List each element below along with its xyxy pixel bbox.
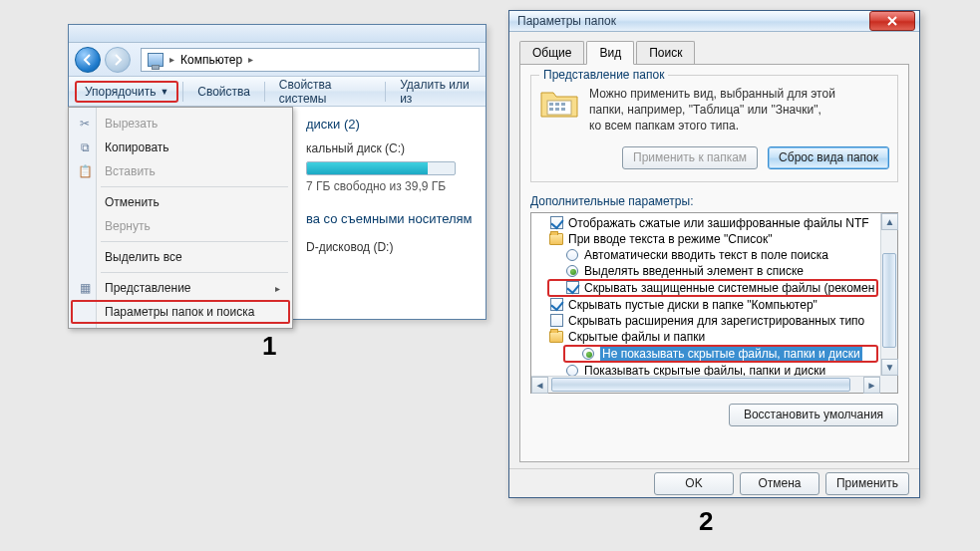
apply-button[interactable]: Применить [825,472,909,495]
tab-view[interactable]: Вид [586,41,634,65]
opt-hidden-group: Скрытые файлы и папки [531,329,880,345]
explorer-toolbar: Упорядочить ▼ Свойства Свойства системы … [69,77,486,107]
menu-layout-label: Представление [105,281,191,295]
folder-views-line1: Можно применить вид, выбранный для этой [589,86,835,102]
folder-views-line2: папки, например, "Таблица" или "Значки", [589,102,835,118]
ok-button[interactable]: OK [654,472,734,495]
tab-pane-view: Представление папок Можно применить вид,… [519,64,909,462]
menu-select-all-label: Выделить все [105,250,182,264]
opt-select-typed-item-label: Выделять введенный элемент в списке [584,264,804,278]
menu-redo[interactable]: Вернуть [71,214,290,238]
svg-rect-1 [549,103,553,106]
close-button[interactable] [869,11,915,31]
dialog-footer: OK Отмена Применить [509,468,919,497]
checkbox-icon [550,216,563,229]
menu-separator [101,272,288,273]
apply-to-folders-button[interactable]: Применить к папкам [622,146,758,169]
opt-hidden-group-label: Скрытые файлы и папки [568,330,705,344]
scissors-icon: ✂ [77,116,93,132]
menu-folder-options[interactable]: Параметры папок и поиска [71,300,290,324]
dialog-title: Параметры папок [517,14,616,28]
opt-hide-empty-drives[interactable]: Скрывать пустые диски в папке "Компьютер… [531,297,880,313]
svg-rect-5 [555,108,559,111]
menu-layout[interactable]: ▦ Представление ▸ [71,276,290,300]
computer-icon [148,53,163,67]
radio-icon [566,365,578,376]
folder-icon [549,331,563,343]
horizontal-scrollbar[interactable]: ◄ ► [531,376,880,393]
window-titlebar[interactable] [69,25,486,43]
folder-options-dialog: Параметры папок Общие Вид Поиск Представ… [508,10,920,498]
toolbar-separator [385,82,386,102]
restore-defaults-button[interactable]: Восстановить умолчания [729,404,898,426]
cancel-button[interactable]: Отмена [740,472,819,495]
opt-hide-empty-drives-label: Скрывать пустые диски в папке "Компьютер… [568,298,817,312]
opt-auto-type-search-label: Автоматически вводить текст в поле поиск… [584,248,828,262]
dialog-titlebar[interactable]: Параметры папок [509,11,919,32]
removable-group-heading: ва со съемными носителям [306,211,478,226]
forward-button[interactable] [105,47,131,73]
scroll-thumb[interactable] [551,378,850,392]
scroll-left-arrow-icon[interactable]: ◄ [531,377,548,394]
system-properties-button[interactable]: Свойства системы [269,74,381,110]
drive-c-usage-bar [306,161,456,175]
opt-hide-extensions[interactable]: Скрывать расширения для зарегистрированн… [531,313,880,329]
checkbox-icon [550,314,563,327]
organize-button[interactable]: Упорядочить ▼ [75,81,178,103]
organize-label: Упорядочить [85,85,156,99]
scroll-down-arrow-icon[interactable]: ▼ [881,359,898,376]
menu-separator [101,186,288,187]
menu-separator [101,241,288,242]
svg-rect-4 [549,108,553,111]
folder-views-group: Представление папок Можно применить вид,… [530,75,898,182]
folder-views-text: Можно применить вид, выбранный для этой … [589,86,835,135]
tab-search[interactable]: Поиск [636,41,695,65]
svg-rect-2 [555,103,559,106]
menu-undo-label: Отменить [105,195,160,209]
scroll-up-arrow-icon[interactable]: ▲ [881,213,898,230]
drive-c-free-text: 7 ГБ свободно из 39,9 ГБ [306,179,478,193]
vertical-scrollbar[interactable]: ▲ ▼ [880,213,897,376]
remove-programs-button[interactable]: Удалить или из [390,74,486,110]
folder-views-legend: Представление папок [539,68,668,82]
opt-hide-protected[interactable]: Скрывать защищенные системные файлы (рек… [547,279,878,297]
scroll-right-arrow-icon[interactable]: ► [863,377,880,394]
organize-menu: ✂ Вырезать ⧉ Копировать 📋 Вставить Отмен… [68,107,293,329]
opt-show-hidden-label: Показывать скрытые файлы, папки и диски [584,364,825,376]
opt-show-compressed[interactable]: Отображать сжатые или зашифрованные файл… [531,215,880,231]
properties-button[interactable]: Свойства [187,81,260,103]
scroll-thumb[interactable] [882,253,896,348]
svg-rect-3 [561,103,565,106]
back-button[interactable] [75,47,101,73]
folder-icon [549,233,563,245]
drives-pane: диски (2) кальный диск (C:) 7 ГБ свободн… [298,107,486,319]
step-label-2: 2 [699,506,713,537]
opt-list-typing-group-label: При вводе текста в режиме "Список" [568,232,773,246]
dvd-drive[interactable]: D-дисковод (D:) [306,240,478,254]
menu-undo[interactable]: Отменить [71,190,290,214]
opt-auto-type-search[interactable]: Автоматически вводить текст в поле поиск… [531,247,880,263]
svg-rect-6 [561,108,565,111]
chevron-right-icon: ▸ [248,54,253,65]
breadcrumb-computer[interactable]: Компьютер [180,53,242,67]
address-bar[interactable]: ▸ Компьютер ▸ [141,48,480,72]
radio-icon [566,265,578,277]
opt-list-typing-group: При вводе текста в режиме "Список" [531,231,880,247]
opt-dont-show-hidden[interactable]: Не показывать скрытые файлы, папки и дис… [563,345,878,363]
reset-folders-button[interactable]: Сброс вида папок [768,146,889,169]
advanced-settings-label: Дополнительные параметры: [530,194,898,208]
opt-select-typed-item[interactable]: Выделять введенный элемент в списке [531,263,880,279]
opt-show-hidden[interactable]: Показывать скрытые файлы, папки и диски [531,363,880,376]
drive-c[interactable]: кальный диск (C:) 7 ГБ свободно из 39,9 … [306,141,478,193]
menu-paste[interactable]: 📋 Вставить [71,159,290,183]
menu-select-all[interactable]: Выделить все [71,245,290,269]
tab-general[interactable]: Общие [519,41,584,65]
advanced-settings-box: Отображать сжатые или зашифрованные файл… [530,212,898,394]
checkbox-icon [566,281,579,294]
opt-show-compressed-label: Отображать сжатые или зашифрованные файл… [568,216,869,230]
radio-icon [582,348,594,360]
menu-copy[interactable]: ⧉ Копировать [71,136,290,159]
menu-cut[interactable]: ✂ Вырезать [71,112,290,136]
step-label-1: 1 [262,331,276,362]
menu-folder-options-label: Параметры папок и поиска [105,305,254,319]
